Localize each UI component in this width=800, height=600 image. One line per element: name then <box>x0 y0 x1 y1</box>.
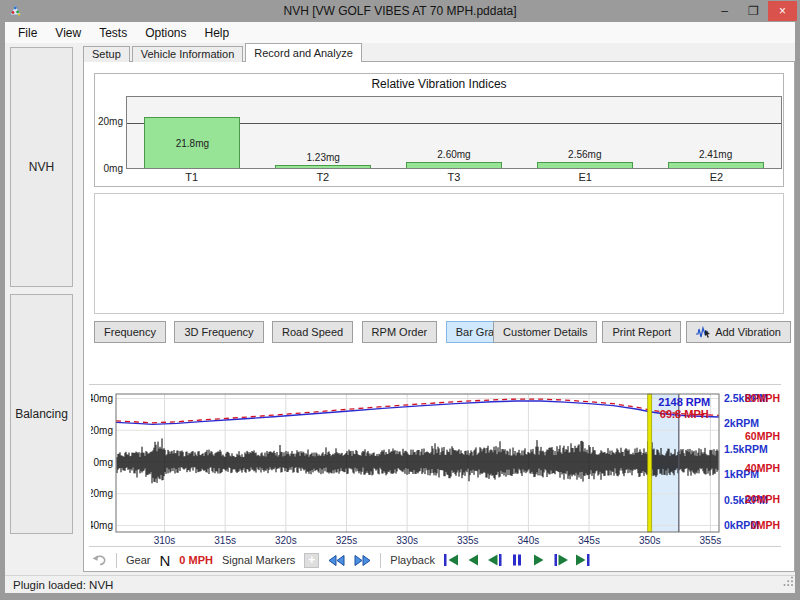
menu-help[interactable]: Help <box>196 23 239 43</box>
app-window: NVH [VW GOLF VIBES AT 70 MPH.pddata] – ❐… <box>0 0 800 600</box>
svg-text:320s: 320s <box>275 535 297 546</box>
skip-end-icon[interactable] <box>576 554 590 566</box>
step-forward-icon[interactable] <box>554 554 568 566</box>
menu-bar: File View Tests Options Help <box>5 22 795 43</box>
frequency-button[interactable]: Frequency <box>94 321 166 343</box>
svg-text:325s: 325s <box>336 535 358 546</box>
app-icon <box>8 3 23 22</box>
sidebar-item-label: Balancing <box>15 407 68 421</box>
print-report-button[interactable]: Print Report <box>602 321 681 343</box>
svg-text:40mg: 40mg <box>91 393 113 404</box>
sidebar-item-nvh[interactable]: NVH <box>10 47 73 287</box>
svg-text:2148 RPM: 2148 RPM <box>658 396 710 408</box>
gear-label: Gear <box>126 554 150 566</box>
pause-icon[interactable] <box>510 554 524 566</box>
bar-chart-ytick: 0mg <box>95 163 123 174</box>
svg-text:345s: 345s <box>578 535 600 546</box>
sidebar-item-label: NVH <box>29 160 54 174</box>
reverse-play-icon[interactable] <box>466 554 480 566</box>
svg-text:69.8 MPH: 69.8 MPH <box>660 408 709 420</box>
separator <box>380 553 381 568</box>
status-bar: Plugin loaded: NVH <box>5 575 795 593</box>
menu-options[interactable]: Options <box>136 23 195 43</box>
bar-chart-categories: T1T2T3E1E2 <box>126 171 782 183</box>
step-back-icon[interactable] <box>488 554 502 566</box>
svg-text:-20mg: -20mg <box>91 488 113 499</box>
svg-text:1.5kRPM: 1.5kRPM <box>724 443 768 455</box>
transport-divider <box>89 546 781 547</box>
svg-text:340s: 340s <box>518 535 540 546</box>
play-icon[interactable] <box>532 554 546 566</box>
add-marker-icon[interactable]: + <box>304 553 319 568</box>
titlebar[interactable]: NVH [VW GOLF VIBES AT 70 MPH.pddata] – ❐… <box>0 0 800 22</box>
svg-text:80MPH: 80MPH <box>745 392 780 404</box>
add-vibration-button[interactable]: Add Vibration <box>686 321 791 343</box>
menu-file[interactable]: File <box>9 23 46 43</box>
menu-tests[interactable]: Tests <box>90 23 136 43</box>
signal-markers-label: Signal Markers <box>222 554 295 566</box>
svg-text:0MPH: 0MPH <box>751 519 780 531</box>
3d-frequency-button[interactable]: 3D Frequency <box>174 321 263 343</box>
svg-text:310s: 310s <box>154 535 176 546</box>
add-vibration-icon <box>696 326 711 338</box>
close-button[interactable]: × <box>768 1 797 21</box>
tab-setup[interactable]: Setup <box>83 46 130 62</box>
menu-view[interactable]: View <box>46 23 90 43</box>
svg-text:2kRPM: 2kRPM <box>724 417 759 429</box>
tab-strip: Setup Vehicle Information Record and Ana… <box>83 43 364 62</box>
tab-vehicle-information[interactable]: Vehicle Information <box>132 46 244 62</box>
signal-time-plot[interactable]: 2148 RPM69.8 MPH40mg20mg0mg-20mg-40mg310… <box>91 392 781 548</box>
svg-text:40MPH: 40MPH <box>745 462 780 474</box>
playback-label: Playback <box>390 554 435 566</box>
bar-chart-ytick: 20mg <box>95 116 123 127</box>
rpm-order-button[interactable]: RPM Order <box>362 321 438 343</box>
bar-chart-title: Relative Vibration Indices <box>95 77 783 91</box>
vibration-table-container: Vibration Frequency Amplitude (g) Tire V… <box>94 193 784 314</box>
next-marker-icon[interactable] <box>354 555 371 566</box>
client-area: File View Tests Options Help NVH Balanci… <box>5 22 795 593</box>
previous-marker-icon[interactable] <box>328 555 345 566</box>
svg-text:355s: 355s <box>700 535 722 546</box>
separator <box>116 553 117 568</box>
status-text: Plugin loaded: NVH <box>13 579 113 591</box>
signal-panel-divider <box>89 384 781 385</box>
undo-icon[interactable] <box>92 554 107 566</box>
road-speed-button[interactable]: Road Speed <box>272 321 353 343</box>
customer-details-button[interactable]: Customer Details <box>493 321 597 343</box>
playback-controls <box>444 554 590 566</box>
sidebar-item-balancing[interactable]: Balancing <box>10 294 73 534</box>
skip-start-icon[interactable] <box>444 554 458 566</box>
maximize-button[interactable]: ❐ <box>739 1 768 21</box>
svg-text:350s: 350s <box>639 535 661 546</box>
bar-chart-plot: 21.8mg1.23mg2.60mg2.56mg2.41mg <box>126 96 782 169</box>
minimize-button[interactable]: – <box>710 1 739 21</box>
gear-value: N <box>159 552 170 569</box>
window-title: NVH [VW GOLF VIBES AT 70 MPH.pddata] <box>0 4 800 18</box>
svg-text:60MPH: 60MPH <box>745 430 780 442</box>
svg-text:330s: 330s <box>396 535 418 546</box>
speed-readout: 0 MPH <box>179 554 213 566</box>
tab-record-and-analyze[interactable]: Record and Analyze <box>245 43 361 62</box>
svg-text:335s: 335s <box>457 535 479 546</box>
svg-text:20mg: 20mg <box>91 425 113 436</box>
svg-text:20MPH: 20MPH <box>745 493 780 505</box>
svg-text:0mg: 0mg <box>94 457 113 468</box>
svg-text:315s: 315s <box>214 535 236 546</box>
svg-text:-40mg: -40mg <box>91 520 113 531</box>
view-button-row: Frequency 3D Frequency Road Speed RPM Or… <box>94 321 791 343</box>
resize-grip[interactable] <box>782 573 794 591</box>
record-analyze-page: Relative Vibration Indices 20mg0mg 21.8m… <box>83 61 795 572</box>
transport-toolbar: Gear N 0 MPH Signal Markers + <box>92 549 590 571</box>
bar-chart-panel: Relative Vibration Indices 20mg0mg 21.8m… <box>94 73 784 187</box>
